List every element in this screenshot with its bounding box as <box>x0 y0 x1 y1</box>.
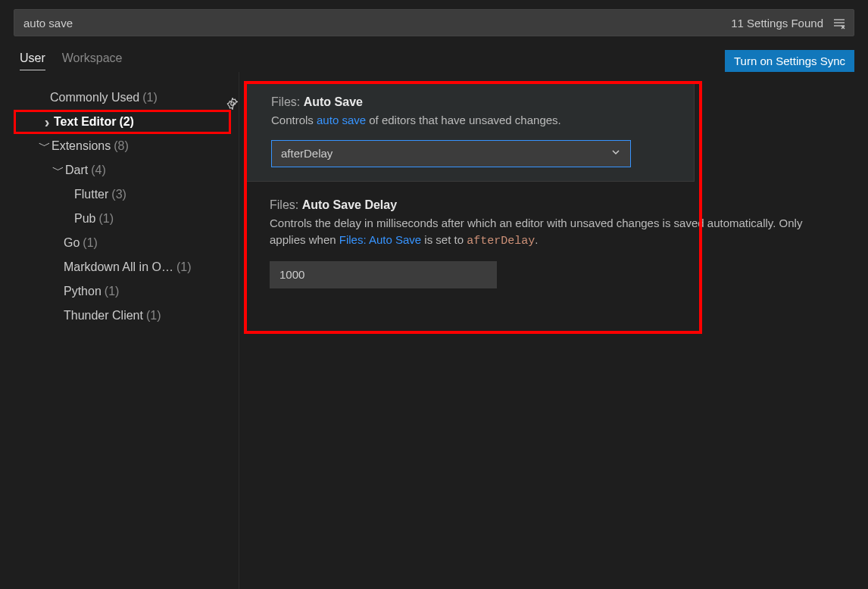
sidebar-item-count: (1) <box>176 260 192 274</box>
sidebar-item-count: (1) <box>105 285 120 298</box>
sidebar-item-label: Markdown All in O… <box>64 260 173 274</box>
sidebar-item-count: (1) <box>98 212 114 226</box>
search-input[interactable] <box>23 17 731 30</box>
sidebar-item-label: Text Editor <box>54 115 116 129</box>
sidebar-item-python[interactable]: Python (1) <box>14 279 231 304</box>
setting-title: Files: Auto Save Delay <box>270 198 826 212</box>
sidebar-item-count: (1) <box>83 236 98 250</box>
sidebar-item-pub[interactable]: Pub (1) <box>14 207 231 231</box>
sidebar-item-dart[interactable]: ﹀Dart (4) <box>14 158 231 182</box>
sidebar-item-label: Flutter <box>74 188 108 201</box>
gear-icon[interactable] <box>226 97 239 113</box>
title-main: Auto Save <box>304 95 363 108</box>
auto-save-select[interactable]: afterDelay <box>271 140 631 167</box>
chevron-down-icon: ﹀ <box>38 139 52 154</box>
title-main: Auto Save Delay <box>302 198 397 211</box>
sidebar-item-label: Go <box>64 236 80 250</box>
setting-description: Controls auto save of editors that have … <box>271 112 677 129</box>
setting-description: Controls the delay in milliseconds after… <box>270 215 826 251</box>
search-bar: 11 Settings Found <box>14 9 854 36</box>
tabs-row: User Workspace Turn on Settings Sync <box>14 50 854 72</box>
select-value: afterDelay <box>281 147 333 160</box>
setting-files-auto-save: Files: Auto Save Controls auto save of e… <box>244 81 695 182</box>
sidebar-item-count: (1) <box>146 309 161 323</box>
chevron-down-icon: ﹀ <box>52 163 65 179</box>
title-prefix: Files: <box>271 95 300 108</box>
auto-save-delay-input[interactable] <box>270 261 497 288</box>
sidebar-item-label: Thunder Client <box>64 309 143 323</box>
chevron-right-icon: › <box>40 114 54 131</box>
sidebar-item-count: (3) <box>111 188 126 201</box>
sidebar-item-label: Extensions <box>52 139 111 153</box>
sidebar-item-markdown-all-in-o-[interactable]: Markdown All in O… (1) <box>14 255 231 279</box>
sidebar-item-label: Commonly Used <box>50 91 139 104</box>
sidebar-item-label: Dart <box>65 164 88 177</box>
sidebar-item-commonly-used[interactable]: Commonly Used (1) <box>14 86 231 110</box>
settings-sidebar: Commonly Used (1)›Text Editor (2)﹀Extens… <box>14 72 239 589</box>
sidebar-item-flutter[interactable]: Flutter (3) <box>14 182 231 207</box>
sidebar-item-count: (2) <box>119 115 134 129</box>
sidebar-item-go[interactable]: Go (1) <box>14 231 231 255</box>
sidebar-item-label: Python <box>64 285 101 298</box>
setting-files-auto-save-delay: Files: Auto Save Delay Controls the dela… <box>244 182 842 302</box>
sidebar-item-extensions[interactable]: ﹀Extensions (8) <box>14 134 231 158</box>
search-results-count: 11 Settings Found <box>731 17 823 30</box>
tab-workspace[interactable]: Workspace <box>62 51 123 70</box>
settings-main: Files: Auto Save Controls auto save of e… <box>239 72 854 589</box>
sidebar-item-count: (4) <box>91 164 106 177</box>
settings-sync-button[interactable]: Turn on Settings Sync <box>725 50 854 72</box>
sidebar-item-count: (8) <box>114 139 129 153</box>
sidebar-item-text-editor[interactable]: ›Text Editor (2) <box>14 110 231 134</box>
filter-icon[interactable] <box>831 14 848 31</box>
title-prefix: Files: <box>270 198 298 211</box>
sidebar-item-thunder-client[interactable]: Thunder Client (1) <box>14 304 231 328</box>
files-auto-save-link[interactable]: Files: Auto Save <box>339 233 421 246</box>
setting-title: Files: Auto Save <box>271 95 677 109</box>
auto-save-link[interactable]: auto save <box>317 114 366 126</box>
tab-user[interactable]: User <box>20 51 45 70</box>
code-afterdelay: afterDelay <box>467 235 535 248</box>
chevron-down-icon <box>610 147 621 160</box>
sidebar-item-label: Pub <box>74 212 95 226</box>
sidebar-item-count: (1) <box>142 91 158 104</box>
